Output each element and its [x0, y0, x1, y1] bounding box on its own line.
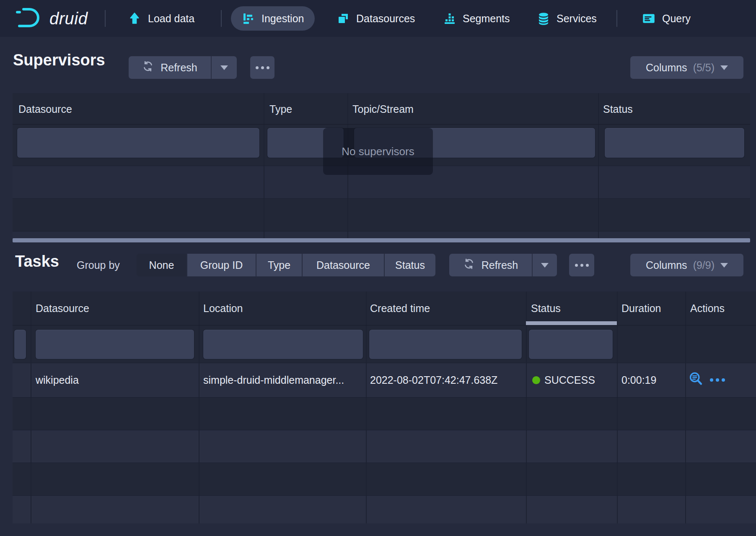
- column-divider: [685, 291, 686, 523]
- column-divider: [366, 291, 367, 523]
- refresh-icon: [463, 258, 475, 272]
- column-header-location[interactable]: Location: [203, 302, 243, 315]
- brand-name: druid: [49, 9, 88, 28]
- column-header-datasource[interactable]: Datasource: [18, 103, 72, 115]
- nav-item-segments[interactable]: Segments: [441, 0, 512, 37]
- services-icon: [537, 12, 550, 25]
- nav-item-label: Datasources: [356, 13, 415, 25]
- task-status-cell: SUCCESS: [532, 363, 595, 397]
- refresh-icon: [142, 60, 154, 75]
- row-divider: [13, 430, 756, 430]
- header-divider: [13, 325, 756, 325]
- table-row: [13, 231, 750, 238]
- supervisors-refresh-button[interactable]: Refresh: [129, 56, 211, 79]
- row-divider: [13, 463, 756, 463]
- column-header-created-time[interactable]: Created time: [370, 302, 430, 315]
- upload-icon: [127, 11, 142, 26]
- supervisors-horizontal-scrollbar[interactable]: [13, 238, 750, 242]
- chevron-down-icon: [220, 65, 228, 70]
- task-datasource-cell: wikipedia: [36, 363, 79, 397]
- supervisors-columns-button[interactable]: Columns (5/5): [630, 56, 743, 79]
- column-header-duration[interactable]: Duration: [621, 302, 661, 315]
- nav-item-label: Segments: [463, 13, 510, 25]
- nav-item-query[interactable]: Query: [640, 0, 692, 37]
- column-divider: [617, 291, 618, 523]
- tasks-refresh-split: Refresh: [449, 254, 557, 276]
- group-by-status-button[interactable]: Status: [384, 254, 435, 276]
- nav-divider: [221, 10, 222, 27]
- ingestion-icon: [242, 12, 255, 25]
- ellipsis-icon: [575, 264, 589, 267]
- column-header-type[interactable]: Type: [269, 103, 292, 115]
- row-divider: [13, 231, 750, 232]
- row-divider: [13, 198, 750, 199]
- supervisors-title: Supervisors: [13, 51, 105, 69]
- table-row: [13, 495, 756, 523]
- columns-count: (5/5): [693, 62, 715, 74]
- supervisors-table: Datasource Type Topic/Stream Status No s…: [13, 93, 750, 238]
- druid-logo[interactable]: druid: [15, 0, 88, 37]
- chevron-down-icon: [720, 263, 728, 268]
- nav-item-label: Load data: [148, 13, 194, 25]
- status-text: SUCCESS: [544, 374, 595, 386]
- location-filter-input[interactable]: [203, 330, 363, 359]
- tasks-more-button[interactable]: [569, 254, 594, 276]
- column-header-actions[interactable]: Actions: [690, 302, 725, 315]
- nav-item-datasources[interactable]: Datasources: [335, 0, 417, 37]
- query-icon: [642, 11, 656, 26]
- segments-icon: [443, 12, 456, 25]
- refresh-label: Refresh: [482, 259, 518, 271]
- group-by-type-button[interactable]: Type: [256, 254, 302, 276]
- nav-item-ingestion[interactable]: Ingestion: [231, 6, 315, 31]
- column-divider: [199, 291, 199, 523]
- group-by-datasource-button[interactable]: Datasource: [302, 254, 384, 276]
- row-divider: [13, 397, 756, 398]
- task-details-magnifier-icon[interactable]: [688, 371, 703, 389]
- column-divider: [31, 291, 31, 523]
- columns-count: (9/9): [693, 259, 715, 271]
- datasource-filter-input[interactable]: [36, 330, 194, 359]
- druid-console: druid Load data Ingestio: [0, 0, 756, 536]
- nav-divider: [616, 10, 617, 27]
- tasks-title: Tasks: [15, 252, 59, 271]
- columns-label: Columns: [646, 259, 687, 271]
- column-header-datasource[interactable]: Datasource: [36, 302, 89, 315]
- column-header-status[interactable]: Status: [531, 302, 561, 315]
- ellipsis-icon: [256, 66, 269, 69]
- chevron-down-icon: [541, 263, 549, 268]
- task-created-time-cell: 2022-08-02T07:42:47.638Z: [370, 363, 497, 397]
- task-actions-cell: [688, 363, 725, 397]
- created-time-filter-input[interactable]: [369, 330, 522, 359]
- columns-label: Columns: [646, 62, 687, 74]
- druid-logo-icon: [15, 6, 43, 31]
- header-divider: [13, 124, 750, 125]
- task-row-more-actions-icon[interactable]: [710, 378, 725, 382]
- datasource-filter-input[interactable]: [17, 128, 259, 158]
- tasks-refresh-dropdown-button[interactable]: [532, 254, 557, 276]
- empty-state-message: No supervisors: [323, 128, 433, 175]
- supervisors-more-button[interactable]: [250, 56, 274, 79]
- tasks-columns-button[interactable]: Columns (9/9): [630, 254, 743, 276]
- status-filter-input[interactable]: [605, 128, 744, 158]
- task-location-cell: simple-druid-middlemanager...: [203, 363, 344, 397]
- column-divider: [526, 291, 527, 523]
- group-by-label: Group by: [77, 259, 120, 271]
- tasks-refresh-button[interactable]: Refresh: [449, 254, 532, 276]
- nav-item-label: Ingestion: [261, 13, 304, 25]
- top-nav: druid Load data Ingestio: [0, 0, 756, 37]
- narrow-column-filter-input[interactable]: [14, 330, 26, 359]
- group-by-none-button[interactable]: None: [137, 254, 186, 276]
- column-header-status[interactable]: Status: [603, 103, 633, 115]
- refresh-label: Refresh: [161, 62, 197, 74]
- tasks-table: Datasource Location Created time Status …: [13, 291, 756, 523]
- nav-item-services[interactable]: Services: [535, 0, 598, 37]
- task-duration-cell: 0:00:19: [621, 363, 656, 397]
- group-by-group-id-button[interactable]: Group ID: [186, 254, 256, 276]
- supervisors-refresh-dropdown-button[interactable]: [211, 56, 237, 79]
- nav-divider: [105, 10, 106, 27]
- column-header-topic-stream[interactable]: Topic/Stream: [352, 103, 414, 115]
- nav-item-label: Services: [557, 13, 597, 25]
- nav-item-load-data[interactable]: Load data: [126, 0, 196, 37]
- status-filter-input[interactable]: [529, 330, 613, 359]
- nav-item-label: Query: [662, 13, 691, 25]
